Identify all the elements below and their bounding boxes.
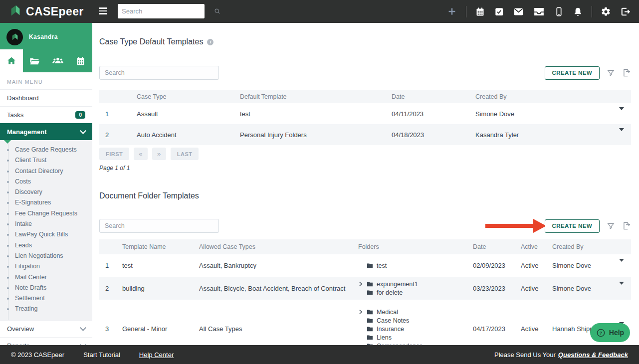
col-header-default-template: Default Template (240, 93, 392, 100)
mobile-icon[interactable] (554, 6, 564, 17)
cell-template-name: test (122, 262, 199, 269)
table-row[interactable]: 2 building Assault, Bicycle, Boat Accide… (99, 277, 631, 300)
submenu-item-treating[interactable]: Treating (0, 304, 92, 314)
tab-contacts[interactable] (46, 49, 69, 72)
submenu-item-leads[interactable]: Leads (0, 240, 92, 251)
table-row[interactable]: 1 Assault test 04/11/2023 Simone Dove (99, 103, 631, 124)
calendar-icon[interactable] (475, 6, 485, 17)
sidebar-item-dashboard[interactable]: Dashboard (0, 89, 92, 106)
mail-icon[interactable] (513, 6, 524, 17)
pagination-last-button[interactable]: LAST (171, 148, 199, 160)
col-header-created-by: Created By (552, 243, 616, 250)
submenu-item-discovery[interactable]: Discovery (0, 187, 92, 197)
cell-created-by: Simone Dove (552, 262, 616, 269)
folder-item: Liens (358, 333, 473, 342)
submenu-item-client-trust[interactable]: Client Trust (0, 155, 92, 166)
row-actions-caret[interactable] (619, 259, 624, 269)
row-actions-caret[interactable] (619, 128, 624, 139)
table-header-row: Case Type Default Template Date Created … (99, 90, 631, 103)
hamburger-menu-icon[interactable] (99, 7, 107, 16)
tab-home[interactable] (0, 49, 23, 72)
section2-create-new-button[interactable]: CREATE NEW (545, 219, 600, 233)
sidebar-item-management[interactable]: Management (0, 123, 92, 140)
questions-feedback-link[interactable]: Questions & Feedback (558, 351, 628, 359)
filter-icon[interactable] (607, 222, 615, 230)
export-icon[interactable] (622, 221, 631, 230)
submenu-item-fee-change-requests[interactable]: Fee Change Requests (0, 208, 92, 219)
export-icon[interactable] (622, 68, 631, 77)
sidebar-item-label: Overview (7, 325, 34, 333)
submenu-item-intake[interactable]: Intake (0, 219, 92, 229)
pagination-next-button[interactable]: » (152, 148, 166, 160)
submenu-item-note-drafts[interactable]: Note Drafts (0, 283, 92, 293)
tab-calendar[interactable] (69, 49, 92, 72)
section1-search-input[interactable] (99, 66, 219, 80)
folder-item: test (358, 261, 473, 270)
chevron-right-icon[interactable] (358, 309, 363, 315)
submenu-item-contact-directory[interactable]: Contact Directory (0, 166, 92, 177)
section1-create-new-button[interactable]: CREATE NEW (545, 66, 600, 80)
section-title-document-folder-templates: Document Folder Templates (99, 191, 199, 200)
tab-documents[interactable] (23, 49, 46, 72)
global-search-input[interactable] (118, 7, 213, 15)
submenu-item-e-signatures[interactable]: E-Signatures (0, 197, 92, 208)
tasks-count-badge: 0 (75, 111, 85, 119)
notifications-bell-icon[interactable] (573, 6, 583, 17)
col-header-case-type: Case Type (137, 93, 240, 100)
folder-name: expungement1 (377, 281, 418, 288)
tasks-check-icon[interactable] (494, 6, 504, 17)
row-number: 3 (99, 325, 122, 333)
annotation-arrow (485, 219, 546, 233)
submenu-item-litigation[interactable]: Litigation (0, 261, 92, 272)
sidebar-item-tasks[interactable]: Tasks 0 (0, 106, 92, 123)
help-button[interactable]: ? Help (590, 323, 630, 342)
section2-controls: CREATE NEW (99, 219, 631, 233)
submenu-item-settlement[interactable]: Settlement (0, 293, 92, 304)
table-row[interactable]: 1 test Assault, Bankruptcy test 02/09/20… (99, 254, 631, 277)
folder-open-icon (29, 55, 40, 67)
avatar[interactable] (6, 29, 23, 45)
sidebar-item-reports[interactable]: Reports (0, 337, 92, 345)
submenu-item-lawpay-quick-bills[interactable]: LawPay Quick Bills (0, 229, 92, 240)
submenu-item-case-grade-requests[interactable]: Case Grade Requests (0, 145, 92, 155)
sidebar-item-overview[interactable]: Overview (0, 320, 92, 337)
table-row[interactable]: 3 General - Minor All Case Types Medical… (99, 300, 631, 345)
logout-icon[interactable] (620, 6, 631, 17)
pagination-first-button[interactable]: FIRST (99, 148, 129, 160)
folder-icon (367, 281, 373, 287)
table-row[interactable]: 2 Auto Accident Personal Injury Folders … (99, 124, 631, 145)
sidebar-item-label: Tasks (7, 111, 23, 119)
col-header-active: Active (521, 243, 552, 250)
document-folder-templates-table: Template Name Allowed Case Types Folders… (99, 239, 631, 345)
question-circle-icon: ? (596, 328, 606, 338)
main-content: Case Type Default Templates i CREATE NEW… (92, 23, 639, 345)
chevron-down-icon (80, 128, 86, 134)
chevron-right-icon[interactable] (358, 281, 363, 287)
row-actions-caret[interactable] (619, 282, 624, 292)
submenu-item-costs[interactable]: Costs (0, 177, 92, 187)
inbox-icon[interactable] (533, 5, 545, 18)
page-indicator: Page 1 of 1 (99, 165, 130, 172)
cell-case-type: Assault (137, 110, 240, 118)
info-icon[interactable]: i (207, 39, 213, 45)
help-center-link[interactable]: Help Center (139, 351, 174, 359)
cell-date: 02/09/2023 (473, 262, 521, 269)
folder-name: for delete (377, 289, 403, 296)
folder-icon (367, 309, 373, 315)
submenu-item-mail-center[interactable]: Mail Center (0, 272, 92, 283)
row-actions-caret[interactable] (619, 107, 624, 118)
section2-search-input[interactable] (99, 219, 219, 233)
start-tutorial-link[interactable]: Start Tutorial (83, 351, 120, 359)
section1-controls: CREATE NEW (99, 66, 631, 80)
chevron-down-icon (80, 325, 86, 331)
cell-created-by: Kasandra Tyler (475, 131, 616, 139)
search-icon[interactable] (213, 7, 221, 15)
settings-gear-icon[interactable] (601, 6, 611, 17)
folder-name: Case Notes (377, 317, 409, 324)
cell-date: 04/11/2023 (392, 110, 475, 118)
pagination-prev-button[interactable]: « (134, 148, 148, 160)
add-icon[interactable] (446, 6, 457, 17)
filter-icon[interactable] (607, 69, 615, 77)
app-logo[interactable]: CASEpeer (9, 0, 84, 23)
submenu-item-lien-negotiations[interactable]: Lien Negotiations (0, 251, 92, 261)
